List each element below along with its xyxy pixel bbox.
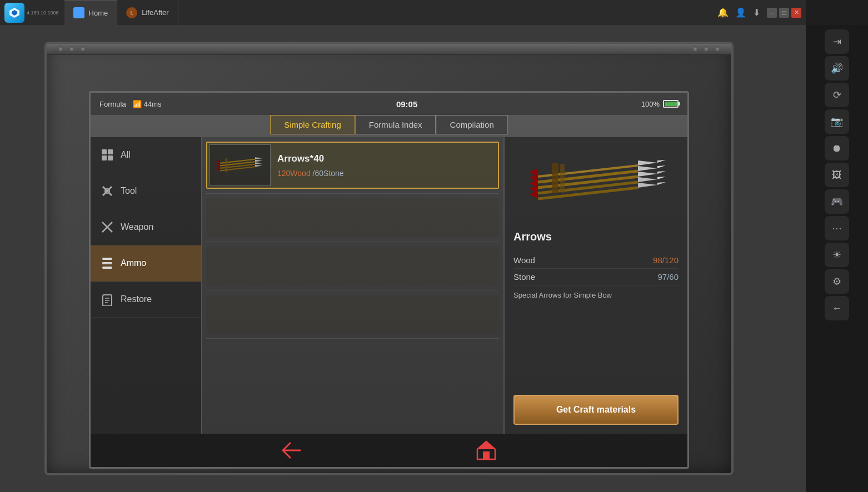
detail-image: [524, 146, 669, 224]
sidebar-rotate-icon[interactable]: ⟳: [825, 83, 849, 107]
svg-marker-53: [530, 190, 538, 199]
top-bar: 4.180.10.1006 Home L LifeAfter 🔔 👤 ⬇ ─ □…: [0, 0, 806, 25]
download-icon[interactable]: ⬇: [753, 7, 760, 18]
item-list: Arrows*40 120Wood /60Stone: [202, 137, 504, 434]
cat-ammo[interactable]: Ammo: [91, 245, 201, 282]
battery-pct: 100%: [641, 100, 660, 108]
right-sidebar: ⇥ 🔊 ⟳ 📷 ⏺ 🖼 🎮 ⋯ ☀ ⚙ ←: [806, 25, 868, 492]
svg-marker-29: [216, 165, 220, 168]
arrows-item-info: Arrows*40 120Wood /60Stone: [271, 149, 496, 182]
wood-count: 98/120: [653, 255, 679, 265]
svg-rect-15: [102, 267, 112, 269]
home-tab-icon: [73, 7, 84, 18]
home-nav-button[interactable]: [472, 436, 500, 464]
divider-3: [206, 290, 499, 290]
sidebar-media-icon[interactable]: 🖼: [825, 163, 849, 187]
bottom-bar: [91, 434, 687, 467]
cat-all-label: All: [121, 150, 131, 160]
svg-rect-3: [108, 149, 113, 154]
cat-ammo-icon: [99, 255, 115, 271]
svg-marker-39: [638, 177, 657, 182]
stone-label: Stone: [513, 272, 535, 282]
svg-marker-41: [638, 183, 657, 188]
bluestacks-logo: [4, 3, 24, 23]
svg-rect-2: [102, 149, 107, 154]
cat-weapon[interactable]: Weapon: [91, 209, 201, 245]
tab-compilation[interactable]: Compilation: [436, 115, 508, 134]
notification-icon[interactable]: 🔔: [717, 7, 729, 18]
cat-tool[interactable]: Tool: [91, 173, 201, 209]
svg-marker-54: [530, 168, 538, 177]
svg-marker-44: [657, 177, 666, 179]
list-item-empty-1[interactable]: [206, 198, 499, 237]
material-row-stone: Stone 97/60: [513, 269, 679, 285]
game-outer-frame: Formula 📶 44ms 09:05 100%: [44, 42, 734, 475]
list-item-empty-3[interactable]: [206, 295, 499, 334]
sidebar-gamepad-icon[interactable]: 🎮: [825, 189, 849, 214]
svg-rect-49: [560, 164, 565, 193]
svg-marker-24: [255, 159, 263, 162]
account-icon[interactable]: 👤: [735, 7, 746, 18]
tab-lifeafter[interactable]: L LifeAfter: [117, 0, 178, 25]
material-row-wood: Wood 98/120: [513, 252, 679, 269]
battery-icon: [663, 100, 679, 108]
svg-marker-26: [255, 157, 263, 159]
svg-rect-48: [552, 163, 558, 193]
svg-marker-46: [657, 182, 666, 185]
tab-formula-index[interactable]: Formula Index: [355, 115, 436, 134]
wood-label: Wood: [513, 255, 535, 265]
cat-tool-icon: [99, 183, 115, 199]
lifeafter-tab-icon: L: [126, 7, 137, 18]
sidebar-expand-icon[interactable]: ⇥: [825, 29, 849, 54]
svg-marker-38: [638, 172, 657, 177]
game-tabs: Simple Crafting Formula Index Compilatio…: [270, 115, 508, 134]
sidebar-settings-icon[interactable]: ⚙: [825, 269, 849, 294]
close-button[interactable]: ✕: [791, 8, 801, 18]
cat-restore[interactable]: Restore: [91, 282, 201, 318]
detail-title: Arrows: [513, 230, 552, 243]
back-nav-button[interactable]: [278, 436, 306, 464]
arrows-thumbnail: [209, 144, 271, 186]
special-note: Special Arrows for Simple Bow: [513, 291, 612, 299]
sidebar-volume-icon[interactable]: 🔊: [825, 56, 849, 81]
game-content: Formula 📶 44ms 09:05 100%: [89, 91, 689, 469]
svg-marker-42: [638, 160, 657, 165]
list-item-empty-2[interactable]: [206, 247, 499, 285]
game-status-bar: Formula 📶 44ms 09:05 100%: [91, 93, 687, 115]
maximize-button[interactable]: □: [779, 8, 789, 18]
tab-home[interactable]: Home: [64, 0, 117, 25]
svg-rect-32: [225, 158, 228, 172]
cat-tool-label: Tool: [121, 186, 137, 196]
divider-4: [206, 338, 499, 339]
cat-all[interactable]: All: [91, 137, 201, 173]
cat-all-icon: [99, 147, 115, 163]
status-wifi: 📶 44ms: [133, 100, 162, 108]
svg-marker-47: [657, 160, 666, 163]
wifi-icon: 📶: [133, 100, 142, 108]
window-controls: ─ □ ✕: [767, 8, 801, 18]
detail-panel: Arrows Wood 98/120 Stone 97/60 Special A…: [504, 137, 687, 434]
sidebar-brightness-icon[interactable]: ☀: [825, 243, 849, 267]
sidebar-back-icon[interactable]: ←: [825, 296, 849, 320]
cat-weapon-label: Weapon: [121, 222, 153, 232]
minimize-button[interactable]: ─: [767, 8, 777, 18]
svg-marker-31: [216, 168, 220, 170]
craft-materials-button[interactable]: Get Craft materials: [513, 395, 679, 425]
bs-version: 4.180.10.1006: [27, 10, 59, 16]
main-panel: All Tool: [91, 137, 687, 434]
svg-marker-43: [657, 171, 666, 174]
cat-restore-icon: [99, 292, 115, 307]
sidebar-screenshot-icon[interactable]: 📷: [825, 109, 849, 134]
arrows-item-name: Arrows*40: [277, 153, 489, 164]
svg-rect-14: [102, 258, 112, 260]
svg-rect-4: [102, 155, 107, 160]
svg-marker-45: [657, 165, 666, 168]
tab-simple-crafting[interactable]: Simple Crafting: [270, 115, 355, 134]
divider-1: [206, 193, 499, 194]
sidebar-more-icon[interactable]: ⋯: [825, 216, 849, 240]
sidebar-record-icon[interactable]: ⏺: [825, 136, 849, 160]
arrows-materials: 120Wood /60Stone: [277, 169, 489, 178]
svg-marker-40: [638, 166, 657, 171]
stone-count: 97/60: [657, 272, 679, 282]
list-item-arrows[interactable]: Arrows*40 120Wood /60Stone: [206, 142, 499, 189]
